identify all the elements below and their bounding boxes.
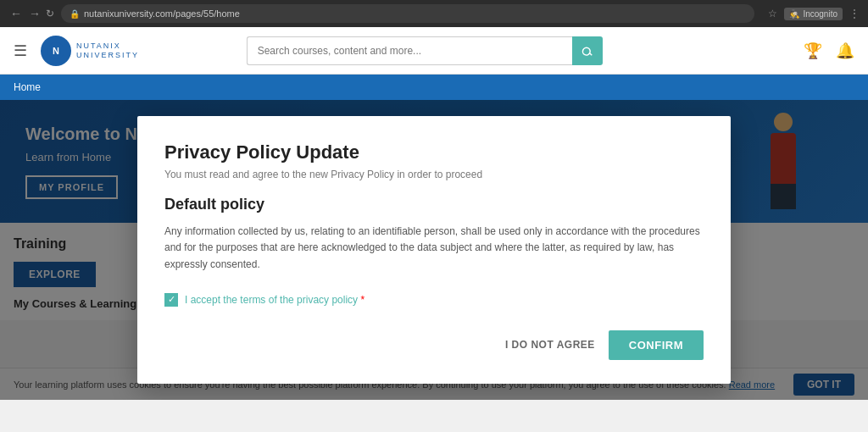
lock-icon: 🔒 [70, 9, 80, 19]
incognito-label: Incognito [803, 9, 837, 19]
url-text: nutanixuniversity.com/pages/55/home [84, 8, 240, 19]
modal-body-text: Any information collected by us, relatin… [164, 224, 704, 273]
svg-text:N: N [53, 46, 59, 56]
logo-area[interactable]: N NUTANIX UNIVERSITY [41, 36, 139, 66]
confirm-button[interactable]: CONFIRM [609, 330, 704, 360]
forward-arrow[interactable]: → [27, 7, 42, 20]
breadcrumb[interactable]: Home [14, 81, 41, 93]
header-icons: 🏆 🔔 [804, 42, 854, 60]
incognito-badge: 🕵 Incognito [784, 8, 843, 20]
do-not-agree-button[interactable]: I DO NOT AGREE [505, 339, 595, 351]
breadcrumb-bar: Home [0, 75, 868, 100]
notification-icon[interactable]: 🔔 [836, 42, 854, 60]
modal-actions: I DO NOT AGREE CONFIRM [164, 330, 704, 360]
url-bar[interactable]: 🔒 nutanixuniversity.com/pages/55/home [61, 4, 754, 23]
header: ☰ N NUTANIX UNIVERSITY 🏆 🔔 [0, 27, 868, 75]
main-content: Welcome to N Learn from Home MY PROFILE … [0, 100, 868, 400]
checkbox-check-icon: ✓ [168, 294, 175, 305]
privacy-policy-modal: Privacy Policy Update You must read and … [137, 116, 731, 384]
checkbox-label: I accept the terms of the privacy policy… [185, 294, 364, 306]
logo-icon: N [41, 36, 71, 66]
search-input[interactable] [247, 36, 572, 65]
refresh-button[interactable]: ↻ [46, 8, 54, 19]
logo-text: NUTANIX UNIVERSITY [76, 42, 139, 60]
hamburger-icon[interactable]: ☰ [14, 42, 27, 60]
accept-checkbox[interactable]: ✓ [164, 293, 178, 307]
trophy-icon[interactable]: 🏆 [804, 42, 822, 60]
required-marker: * [360, 294, 364, 306]
star-icon[interactable]: ☆ [768, 8, 777, 19]
incognito-icon: 🕵 [789, 9, 799, 19]
modal-policy-title: Default policy [164, 196, 704, 213]
menu-dots-icon[interactable]: ⋮ [849, 8, 860, 19]
browser-icons: ☆ 🕵 Incognito ⋮ [768, 8, 860, 20]
modal-title: Privacy Policy Update [164, 141, 704, 163]
modal-subtitle: You must read and agree to the new Priva… [164, 169, 704, 180]
browser-arrows: ← → ↻ [8, 7, 54, 20]
search-icon [581, 45, 593, 57]
back-arrow[interactable]: ← [8, 7, 24, 20]
modal-checkbox-row: ✓ I accept the terms of the privacy poli… [164, 293, 704, 307]
search-button[interactable] [572, 36, 603, 65]
browser-chrome: ← → ↻ 🔒 nutanixuniversity.com/pages/55/h… [0, 0, 868, 27]
search-bar [247, 36, 603, 65]
modal-overlay: Privacy Policy Update You must read and … [0, 100, 868, 400]
